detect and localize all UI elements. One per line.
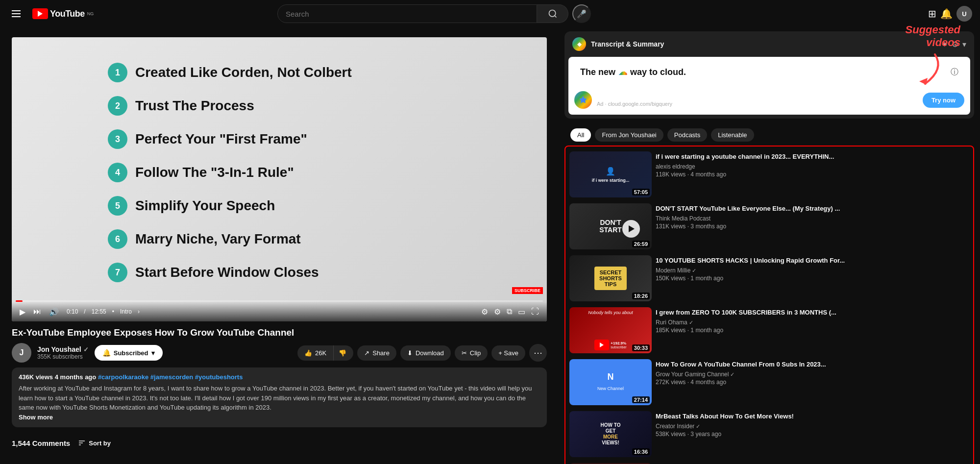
sort-button[interactable]: Sort by bbox=[78, 439, 111, 447]
thumbnail-6: HOW TOGETMOREVIEWS! 16:36 bbox=[569, 411, 652, 457]
save-button[interactable]: + Save bbox=[491, 345, 525, 361]
comments-area: 1,544 Comments Sort by bbox=[12, 439, 547, 447]
duration-2: 26:59 bbox=[632, 241, 650, 247]
time-total: 12:55 bbox=[92, 308, 106, 315]
tip-number-6: 6 bbox=[108, 229, 127, 249]
thumbnail-3: SECRETSHORTSTIPS 18:26 bbox=[569, 255, 652, 301]
hamburger-menu[interactable] bbox=[8, 6, 24, 21]
chapter-arrow: › bbox=[138, 308, 140, 315]
user-avatar[interactable]: U bbox=[956, 6, 972, 22]
video-stats-3: 150K views · 1 month ago bbox=[656, 275, 969, 282]
main-content: 1 Created Like Corden, Not Colbert 2 Tru… bbox=[0, 0, 980, 464]
next-button[interactable]: ⏭ bbox=[31, 305, 43, 318]
tip-number-2: 2 bbox=[108, 96, 127, 116]
filter-tab-all[interactable]: All bbox=[570, 128, 591, 142]
clip-button[interactable]: ✂ Clip bbox=[455, 345, 488, 361]
search-button[interactable] bbox=[537, 4, 568, 23]
ad-headline2: way to cloud. bbox=[630, 67, 686, 77]
dislike-button[interactable]: 👎 bbox=[333, 345, 353, 361]
transcript-title: Transcript & Summary bbox=[591, 40, 936, 48]
video-title: Ex-YouTube Employee Exposes How To Grow … bbox=[12, 327, 547, 338]
filter-tab-podcasts[interactable]: Podcasts bbox=[667, 128, 707, 142]
suggested-video-6[interactable]: HOW TOGETMOREVIEWS! 16:36 MrBeast Talks … bbox=[567, 408, 971, 460]
thumbnail-2: DON'TSTART 26:59 bbox=[569, 203, 652, 249]
tip-text-4: Follow The "3-In-1 Rule" bbox=[135, 165, 294, 180]
description-area: 436K views 4 months ago #carpoolkaraoke … bbox=[12, 367, 547, 427]
download-label: Download bbox=[416, 349, 444, 357]
fullscreen-button[interactable]: ⛶ bbox=[529, 305, 541, 318]
video-player[interactable]: 1 Created Like Corden, Not Colbert 2 Tru… bbox=[12, 37, 547, 321]
suggested-video-2[interactable]: DON'TSTART 26:59 DON'T START YouTube Lik… bbox=[567, 200, 971, 252]
settings-button[interactable]: ⚙ bbox=[492, 305, 503, 318]
gemini-icon: ◆ bbox=[572, 37, 586, 51]
filter-tab-jon[interactable]: From Jon Youshaei bbox=[595, 128, 663, 142]
video-tags[interactable]: #carpoolkaraoke #jamescorden #youtubesho… bbox=[98, 373, 243, 381]
video-channel-5: Grow Your Gaming Channel ✓ bbox=[656, 371, 969, 378]
verified-check-5: ✓ bbox=[730, 371, 735, 378]
time-separator: / bbox=[84, 308, 85, 315]
video-title-4: I grew from ZERO TO 100K SUBSCRIBERS in … bbox=[656, 308, 969, 317]
miniplayer-button[interactable]: ⧉ bbox=[505, 305, 514, 318]
tip-2: 2 Trust The Process bbox=[108, 96, 451, 116]
suggested-video-4[interactable]: Nobody tells you about +192.9% subscribe… bbox=[567, 304, 971, 356]
suggested-video-3[interactable]: SECRETSHORTSTIPS 18:26 10 YOUTUBE SHORTS… bbox=[567, 252, 971, 304]
video-meta-1: if i were starting a youtube channel in … bbox=[656, 151, 969, 197]
chevron-down-icon[interactable]: ▾ bbox=[962, 40, 966, 49]
video-stats-1: 118K views · 4 months ago bbox=[656, 171, 969, 178]
time-display: 0:10 bbox=[67, 308, 78, 315]
subs-count: 355K subscribers bbox=[37, 353, 89, 360]
suggested-videos-list: 👤 if i were starting... 57:05 if i were … bbox=[564, 146, 974, 464]
video-meta-3: 10 YOUTUBE SHORTS HACKS | Unlocking Rapi… bbox=[656, 255, 969, 301]
search-input[interactable] bbox=[286, 10, 529, 18]
tip-number-5: 5 bbox=[108, 196, 127, 216]
youtube-logo[interactable]: YouTubeNG bbox=[32, 8, 94, 19]
tip-number-4: 4 bbox=[108, 163, 127, 182]
more-options-button[interactable]: ⋯ bbox=[529, 344, 547, 362]
show-more-button[interactable]: Show more bbox=[19, 414, 53, 421]
suggested-video-7[interactable]: What no one tells 27:37 How to Start & G… bbox=[567, 460, 971, 464]
video-stats-5: 272K views · 4 months ago bbox=[656, 379, 969, 386]
clip-label: Clip bbox=[470, 349, 481, 357]
volume-button[interactable]: 🔊 bbox=[47, 305, 61, 318]
sidebar: ◆ Transcript & Summary ✦ ⚙ ▾ The new ☁ w… bbox=[559, 27, 980, 464]
action-buttons: 👍 26K 👎 ↗ Share ⬇ Download ✂ Clip + S bbox=[297, 344, 547, 362]
theater-button[interactable]: ▭ bbox=[516, 305, 527, 318]
yt-wordmark: YouTube bbox=[50, 9, 85, 19]
like-button[interactable]: 👍 26K bbox=[297, 345, 333, 361]
try-now-button[interactable]: Try now bbox=[923, 93, 964, 108]
video-info: Ex-YouTube Employee Exposes How To Grow … bbox=[12, 321, 547, 431]
search-input-wrap bbox=[277, 4, 537, 23]
video-stats-6: 538K views · 3 years ago bbox=[656, 431, 969, 438]
description-text: After working at YouTube and Instagram f… bbox=[19, 384, 540, 413]
play-button[interactable]: ▶ bbox=[18, 305, 27, 318]
sort-label: Sort by bbox=[89, 440, 111, 447]
video-meta-6: MrBeast Talks About How To Get More View… bbox=[656, 411, 969, 457]
subscribe-button[interactable]: 🔔 Subscribed ▾ bbox=[95, 345, 163, 361]
svg-point-0 bbox=[549, 10, 555, 17]
tips-list: 1 Created Like Corden, Not Colbert 2 Tru… bbox=[108, 63, 451, 296]
tip-number-1: 1 bbox=[108, 63, 127, 82]
thumbnail-1: 👤 if i were starting... 57:05 bbox=[569, 151, 652, 197]
tip-text-1: Created Like Corden, Not Colbert bbox=[135, 65, 352, 80]
cast-icon[interactable]: ⊞ bbox=[928, 8, 936, 20]
subtitles-button[interactable]: ⚙ bbox=[479, 305, 490, 318]
filter-tab-listenable[interactable]: Listenable bbox=[711, 128, 754, 142]
suggested-video-5[interactable]: NNew Channel 27:14 How To Grow A YouTube… bbox=[567, 356, 971, 408]
tip-number-3: 3 bbox=[108, 129, 127, 149]
subscribe-badge: SUBSCRIBE bbox=[512, 287, 543, 294]
verified-check-4: ✓ bbox=[689, 319, 693, 326]
tip-text-6: Marry Niche, Vary Format bbox=[135, 231, 301, 247]
suggested-annotation-text: Suggestedvideos bbox=[906, 24, 960, 49]
channel-avatar[interactable]: J bbox=[12, 343, 31, 363]
video-meta-5: How To Grow A YouTube Channel From 0 Sub… bbox=[656, 359, 969, 405]
video-title-6: MrBeast Talks About How To Get More View… bbox=[656, 412, 969, 421]
header-right: ⊞ 🔔 U bbox=[928, 6, 972, 22]
tip-text-7: Start Before Window Closes bbox=[135, 265, 319, 280]
player-right-controls: ⚙ ⚙ ⧉ ▭ ⛶ bbox=[479, 305, 541, 318]
suggested-video-1[interactable]: 👤 if i were starting... 57:05 if i were … bbox=[567, 148, 971, 200]
share-button[interactable]: ↗ Share bbox=[357, 345, 396, 361]
notifications-icon[interactable]: 🔔 bbox=[940, 8, 953, 20]
microphone-button[interactable]: 🎤 bbox=[572, 4, 591, 23]
download-button[interactable]: ⬇ Download bbox=[400, 345, 451, 361]
filter-tabs: All From Jon Youshaei Podcasts Listenabl… bbox=[564, 124, 974, 146]
